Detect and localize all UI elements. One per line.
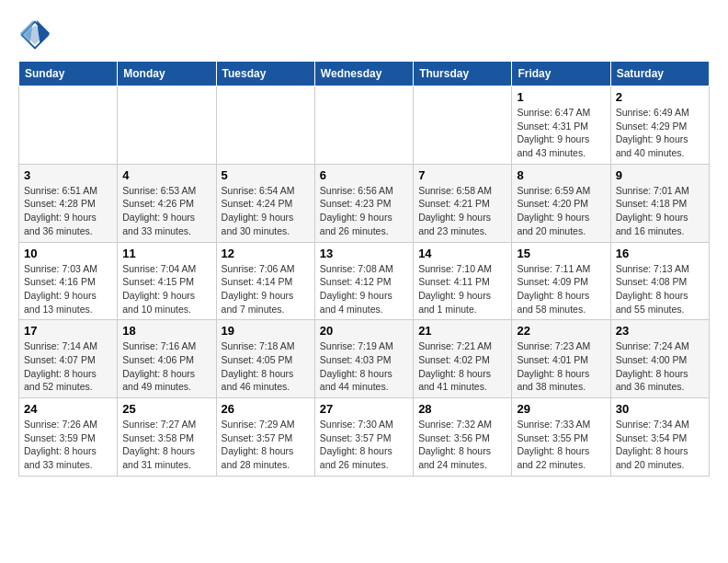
weekday-header-thursday: Thursday bbox=[414, 62, 512, 86]
calendar-cell: 19Sunrise: 7:18 AM Sunset: 4:05 PM Dayli… bbox=[216, 320, 314, 398]
day-number: 1 bbox=[517, 90, 605, 104]
day-number: 2 bbox=[616, 90, 704, 104]
day-info: Sunrise: 7:18 AM Sunset: 4:05 PM Dayligh… bbox=[222, 339, 310, 394]
day-number: 9 bbox=[616, 168, 704, 182]
calendar-cell: 22Sunrise: 7:23 AM Sunset: 4:01 PM Dayli… bbox=[512, 320, 610, 398]
day-info: Sunrise: 7:14 AM Sunset: 4:07 PM Dayligh… bbox=[24, 339, 112, 394]
calendar-cell: 17Sunrise: 7:14 AM Sunset: 4:07 PM Dayli… bbox=[19, 320, 118, 398]
calendar-cell: 4Sunrise: 6:53 AM Sunset: 4:26 PM Daylig… bbox=[118, 164, 216, 242]
weekday-header-saturday: Saturday bbox=[610, 62, 709, 86]
calendar-cell: 1Sunrise: 6:47 AM Sunset: 4:31 PM Daylig… bbox=[512, 86, 610, 165]
calendar-cell: 26Sunrise: 7:29 AM Sunset: 3:57 PM Dayli… bbox=[216, 398, 314, 477]
day-info: Sunrise: 7:19 AM Sunset: 4:03 PM Dayligh… bbox=[320, 339, 408, 394]
day-info: Sunrise: 7:13 AM Sunset: 4:08 PM Dayligh… bbox=[616, 262, 704, 316]
day-info: Sunrise: 6:59 AM Sunset: 4:20 PM Dayligh… bbox=[517, 184, 605, 238]
day-number: 28 bbox=[418, 402, 506, 416]
day-info: Sunrise: 6:54 AM Sunset: 4:24 PM Dayligh… bbox=[222, 184, 310, 238]
calendar-cell: 6Sunrise: 6:56 AM Sunset: 4:23 PM Daylig… bbox=[314, 164, 413, 242]
day-info: Sunrise: 7:34 AM Sunset: 3:54 PM Dayligh… bbox=[616, 418, 704, 472]
day-number: 20 bbox=[320, 324, 408, 338]
day-info: Sunrise: 7:08 AM Sunset: 4:12 PM Dayligh… bbox=[320, 262, 408, 316]
day-number: 16 bbox=[616, 247, 704, 260]
calendar-cell: 16Sunrise: 7:13 AM Sunset: 4:08 PM Dayli… bbox=[610, 242, 709, 320]
day-number: 19 bbox=[222, 324, 310, 338]
calendar-week-row: 1Sunrise: 6:47 AM Sunset: 4:31 PM Daylig… bbox=[19, 86, 710, 165]
calendar-cell: 21Sunrise: 7:21 AM Sunset: 4:02 PM Dayli… bbox=[414, 320, 512, 398]
calendar-cell: 23Sunrise: 7:24 AM Sunset: 4:00 PM Dayli… bbox=[610, 320, 709, 398]
day-number: 13 bbox=[320, 247, 408, 260]
day-number: 10 bbox=[24, 247, 112, 260]
day-number: 23 bbox=[616, 324, 704, 338]
calendar-cell: 13Sunrise: 7:08 AM Sunset: 4:12 PM Dayli… bbox=[314, 242, 413, 320]
calendar-header: SundayMondayTuesdayWednesdayThursdayFrid… bbox=[19, 62, 710, 86]
calendar-week-row: 3Sunrise: 6:51 AM Sunset: 4:28 PM Daylig… bbox=[19, 164, 710, 242]
day-number: 29 bbox=[517, 402, 605, 416]
day-number: 5 bbox=[222, 168, 310, 182]
weekday-header-friday: Friday bbox=[512, 62, 610, 86]
day-number: 12 bbox=[222, 247, 310, 260]
day-info: Sunrise: 7:29 AM Sunset: 3:57 PM Dayligh… bbox=[222, 418, 310, 472]
day-number: 26 bbox=[222, 402, 310, 416]
day-info: Sunrise: 7:16 AM Sunset: 4:06 PM Dayligh… bbox=[122, 339, 210, 394]
calendar-cell: 5Sunrise: 6:54 AM Sunset: 4:24 PM Daylig… bbox=[216, 164, 314, 242]
calendar-cell: 24Sunrise: 7:26 AM Sunset: 3:59 PM Dayli… bbox=[19, 398, 118, 477]
day-number: 24 bbox=[24, 402, 112, 416]
calendar-cell: 10Sunrise: 7:03 AM Sunset: 4:16 PM Dayli… bbox=[19, 242, 118, 320]
calendar-cell: 15Sunrise: 7:11 AM Sunset: 4:09 PM Dayli… bbox=[512, 242, 610, 320]
calendar-cell: 7Sunrise: 6:58 AM Sunset: 4:21 PM Daylig… bbox=[414, 164, 512, 242]
logo-icon bbox=[18, 18, 51, 52]
day-number: 25 bbox=[122, 402, 210, 416]
day-number: 11 bbox=[122, 247, 210, 260]
day-number: 7 bbox=[418, 168, 506, 182]
weekday-header-sunday: Sunday bbox=[19, 62, 118, 86]
page-header bbox=[18, 18, 710, 52]
calendar-cell: 25Sunrise: 7:27 AM Sunset: 3:58 PM Dayli… bbox=[118, 398, 216, 477]
calendar-cell: 29Sunrise: 7:33 AM Sunset: 3:55 PM Dayli… bbox=[512, 398, 610, 477]
day-number: 4 bbox=[122, 168, 210, 182]
calendar-cell: 18Sunrise: 7:16 AM Sunset: 4:06 PM Dayli… bbox=[118, 320, 216, 398]
day-number: 15 bbox=[517, 247, 605, 260]
day-number: 27 bbox=[320, 402, 408, 416]
day-info: Sunrise: 7:06 AM Sunset: 4:14 PM Dayligh… bbox=[222, 262, 310, 316]
calendar-cell: 27Sunrise: 7:30 AM Sunset: 3:57 PM Dayli… bbox=[314, 398, 413, 477]
calendar-cell bbox=[19, 86, 118, 165]
logo bbox=[18, 18, 55, 52]
calendar-table: SundayMondayTuesdayWednesdayThursdayFrid… bbox=[18, 61, 710, 477]
calendar-cell: 30Sunrise: 7:34 AM Sunset: 3:54 PM Dayli… bbox=[610, 398, 709, 477]
day-info: Sunrise: 7:26 AM Sunset: 3:59 PM Dayligh… bbox=[24, 418, 112, 472]
calendar-cell: 9Sunrise: 7:01 AM Sunset: 4:18 PM Daylig… bbox=[610, 164, 709, 242]
day-info: Sunrise: 6:58 AM Sunset: 4:21 PM Dayligh… bbox=[418, 184, 506, 238]
calendar-week-row: 17Sunrise: 7:14 AM Sunset: 4:07 PM Dayli… bbox=[19, 320, 710, 398]
calendar-cell: 3Sunrise: 6:51 AM Sunset: 4:28 PM Daylig… bbox=[19, 164, 118, 242]
weekday-header-wednesday: Wednesday bbox=[314, 62, 413, 86]
day-info: Sunrise: 6:53 AM Sunset: 4:26 PM Dayligh… bbox=[122, 184, 210, 238]
day-info: Sunrise: 6:49 AM Sunset: 4:29 PM Dayligh… bbox=[616, 106, 704, 160]
day-info: Sunrise: 7:32 AM Sunset: 3:56 PM Dayligh… bbox=[418, 418, 506, 472]
calendar-cell: 28Sunrise: 7:32 AM Sunset: 3:56 PM Dayli… bbox=[414, 398, 512, 477]
day-info: Sunrise: 7:33 AM Sunset: 3:55 PM Dayligh… bbox=[517, 418, 605, 472]
weekday-header-tuesday: Tuesday bbox=[216, 62, 314, 86]
calendar-cell: 20Sunrise: 7:19 AM Sunset: 4:03 PM Dayli… bbox=[314, 320, 413, 398]
calendar-cell bbox=[118, 86, 216, 165]
day-info: Sunrise: 7:03 AM Sunset: 4:16 PM Dayligh… bbox=[24, 262, 112, 316]
day-number: 6 bbox=[320, 168, 408, 182]
day-number: 30 bbox=[616, 402, 704, 416]
calendar-cell: 8Sunrise: 6:59 AM Sunset: 4:20 PM Daylig… bbox=[512, 164, 610, 242]
day-number: 17 bbox=[24, 324, 112, 338]
day-number: 8 bbox=[517, 168, 605, 182]
calendar-body: 1Sunrise: 6:47 AM Sunset: 4:31 PM Daylig… bbox=[19, 86, 710, 477]
day-info: Sunrise: 7:21 AM Sunset: 4:02 PM Dayligh… bbox=[418, 339, 506, 394]
day-info: Sunrise: 7:30 AM Sunset: 3:57 PM Dayligh… bbox=[320, 418, 408, 472]
calendar-cell bbox=[414, 86, 512, 165]
weekday-header-row: SundayMondayTuesdayWednesdayThursdayFrid… bbox=[19, 62, 710, 86]
calendar-cell: 14Sunrise: 7:10 AM Sunset: 4:11 PM Dayli… bbox=[414, 242, 512, 320]
day-number: 21 bbox=[418, 324, 506, 338]
calendar-cell bbox=[216, 86, 314, 165]
day-info: Sunrise: 7:23 AM Sunset: 4:01 PM Dayligh… bbox=[517, 339, 605, 394]
calendar-cell: 12Sunrise: 7:06 AM Sunset: 4:14 PM Dayli… bbox=[216, 242, 314, 320]
calendar-week-row: 10Sunrise: 7:03 AM Sunset: 4:16 PM Dayli… bbox=[19, 242, 710, 320]
day-number: 3 bbox=[24, 168, 112, 182]
day-info: Sunrise: 6:51 AM Sunset: 4:28 PM Dayligh… bbox=[24, 184, 112, 238]
calendar-cell: 2Sunrise: 6:49 AM Sunset: 4:29 PM Daylig… bbox=[610, 86, 709, 165]
day-info: Sunrise: 7:01 AM Sunset: 4:18 PM Dayligh… bbox=[616, 184, 704, 238]
